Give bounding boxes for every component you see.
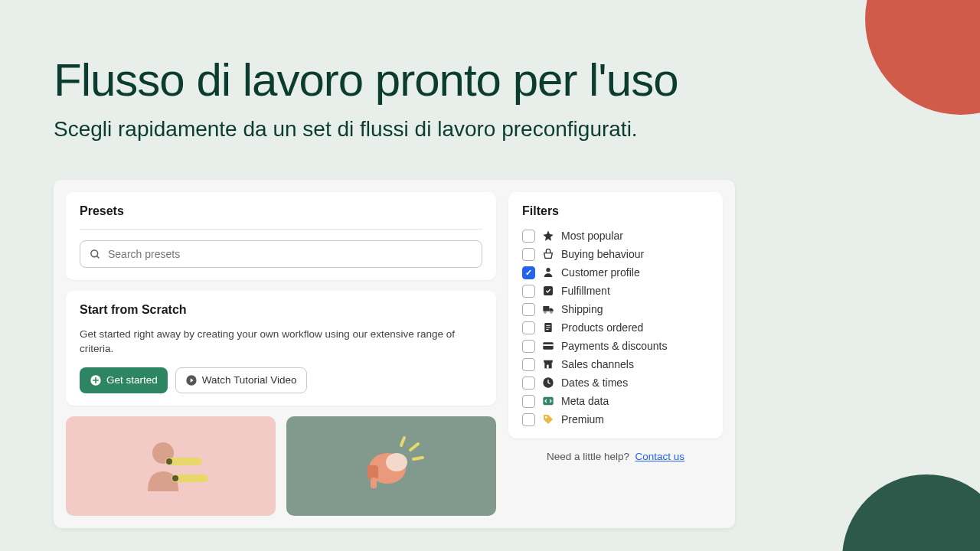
filter-label: Shipping xyxy=(561,303,603,315)
svg-rect-19 xyxy=(543,344,553,346)
filter-item[interactable]: Most popular xyxy=(522,229,709,243)
filter-label: Most popular xyxy=(561,230,623,242)
svg-point-24 xyxy=(545,416,547,419)
contact-us-link[interactable]: Contact us xyxy=(635,451,685,462)
filter-item[interactable]: Shipping xyxy=(522,302,709,316)
filter-checkbox[interactable] xyxy=(522,248,535,261)
get-started-button[interactable]: Get started xyxy=(80,367,168,393)
filter-item[interactable]: Dates & times xyxy=(522,376,709,390)
filter-checkbox[interactable] xyxy=(522,377,535,390)
help-text: Need a little help? xyxy=(547,451,629,462)
app-shell: Presets Start from Scratch Get started r… xyxy=(54,180,735,528)
scratch-heading: Start from Scratch xyxy=(80,303,482,317)
preset-tile-customer[interactable] xyxy=(66,416,276,516)
filter-item[interactable]: Payments & discounts xyxy=(522,339,709,353)
filter-checkbox[interactable] xyxy=(522,358,535,371)
scratch-description: Get started right away by creating your … xyxy=(80,328,482,357)
filter-label: Buying behaviour xyxy=(561,248,644,260)
filter-item[interactable]: Fulfillment xyxy=(522,284,709,298)
svg-point-6 xyxy=(166,458,172,465)
filter-item[interactable]: Meta data xyxy=(522,394,709,408)
filter-checkbox[interactable] xyxy=(522,413,535,426)
filter-checkbox[interactable] xyxy=(522,340,535,353)
svg-rect-21 xyxy=(547,365,549,369)
filter-checkbox[interactable] xyxy=(522,285,535,298)
svg-point-13 xyxy=(546,268,550,272)
svg-line-1 xyxy=(96,256,99,258)
watch-video-button[interactable]: Watch Tutorial Video xyxy=(175,367,307,393)
store-icon xyxy=(541,357,555,371)
clock-icon xyxy=(541,376,555,390)
divider xyxy=(80,229,482,230)
get-started-label: Get started xyxy=(106,374,158,386)
filters-card: Filters Most popularBuying behaviourCust… xyxy=(508,192,723,439)
filter-item[interactable]: Sales channels xyxy=(522,357,709,371)
presets-card: Presets xyxy=(66,192,496,280)
basket-icon xyxy=(541,247,555,261)
receipt-icon xyxy=(541,321,555,334)
filter-label: Payments & discounts xyxy=(561,340,668,352)
scratch-card: Start from Scratch Get started right awa… xyxy=(66,291,496,406)
svg-rect-14 xyxy=(544,286,553,295)
svg-point-16 xyxy=(550,311,553,314)
plus-circle-icon xyxy=(90,374,102,386)
decorative-corner-green xyxy=(842,474,980,551)
filter-label: Products ordered xyxy=(561,321,643,334)
filter-label: Premium xyxy=(561,413,604,425)
tag-icon xyxy=(541,412,555,426)
filter-checkbox[interactable] xyxy=(522,321,535,334)
card-icon xyxy=(541,339,555,353)
filter-item[interactable]: Customer profile xyxy=(522,266,709,279)
star-icon xyxy=(541,229,555,243)
filter-checkbox[interactable] xyxy=(522,303,535,316)
filter-item[interactable]: Products ordered xyxy=(522,321,709,334)
filter-item[interactable]: Buying behaviour xyxy=(522,247,709,261)
search-input[interactable] xyxy=(108,248,474,260)
filter-label: Fulfillment xyxy=(561,285,610,297)
filters-heading: Filters xyxy=(522,204,709,218)
svg-point-10 xyxy=(386,453,407,471)
hero-subtitle: Scegli rapidamente da un set di flussi d… xyxy=(54,117,926,142)
filter-label: Dates & times xyxy=(561,377,628,389)
filter-label: Customer profile xyxy=(561,266,640,279)
filter-label: Meta data xyxy=(561,395,609,407)
box-check-icon xyxy=(541,284,555,298)
svg-rect-12 xyxy=(371,478,377,488)
preset-tile-marketing[interactable] xyxy=(286,416,496,516)
filter-checkbox[interactable] xyxy=(522,395,535,408)
svg-rect-11 xyxy=(368,465,378,479)
truck-icon xyxy=(541,302,555,316)
filter-item[interactable]: Premium xyxy=(522,412,709,426)
person-icon xyxy=(541,266,555,279)
filter-checkbox[interactable] xyxy=(522,266,535,279)
presets-heading: Presets xyxy=(80,204,482,218)
play-circle-icon xyxy=(185,374,198,386)
svg-point-8 xyxy=(172,475,178,481)
watch-video-label: Watch Tutorial Video xyxy=(202,374,297,386)
help-row: Need a little help? Contact us xyxy=(508,446,723,467)
hero-section: Flusso di lavoro pronto per l'uso Scegli… xyxy=(0,0,980,157)
code-icon xyxy=(541,394,555,408)
hero-title: Flusso di lavoro pronto per l'uso xyxy=(54,54,926,106)
filter-checkbox[interactable] xyxy=(522,230,535,243)
svg-point-0 xyxy=(90,249,97,256)
search-icon xyxy=(88,247,102,261)
svg-point-15 xyxy=(544,311,547,314)
preset-tiles xyxy=(66,416,496,516)
search-input-wrapper[interactable] xyxy=(80,240,482,268)
filter-label: Sales channels xyxy=(561,358,634,370)
